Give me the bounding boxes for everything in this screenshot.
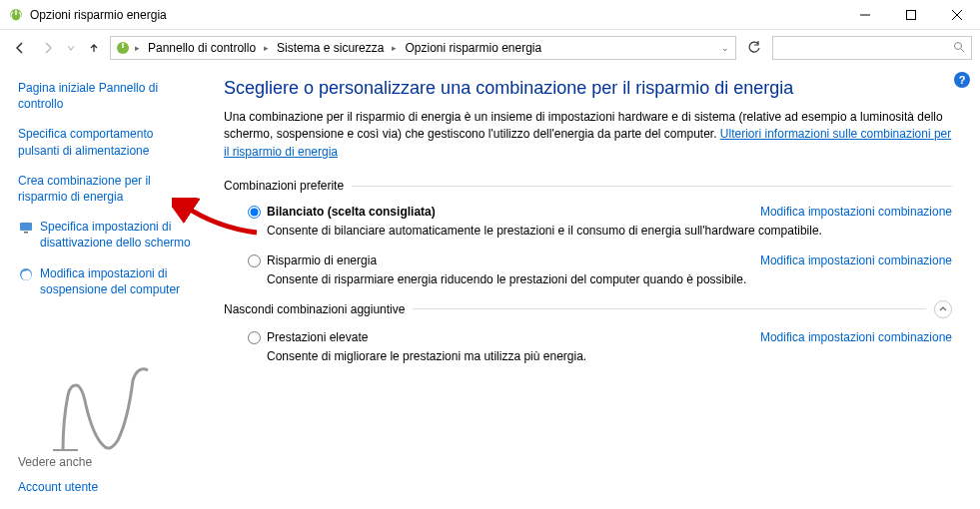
plan-high-perf-name[interactable]: Prestazioni elevate [267,330,740,344]
plan-balanced-desc: Consente di bilanciare automaticamente l… [267,223,952,240]
up-button[interactable] [82,36,106,60]
sidebar-display-off-link[interactable]: Specifica impostazioni di disattivazione… [40,219,198,251]
svg-line-7 [961,49,964,52]
svg-rect-2 [907,11,916,20]
plan-balanced-name[interactable]: Bilanciato (scelta consigliata) [267,205,740,219]
breadcrumb-mid[interactable]: Sistema e sicurezza [273,41,388,55]
plan-balanced-radio[interactable] [248,206,261,219]
plan-high-perf-desc: Consente di migliorare le prestazioni ma… [267,348,952,365]
power-options-icon [115,40,131,56]
svg-rect-9 [24,232,28,234]
svg-point-6 [955,42,962,49]
sidebar-power-buttons-link[interactable]: Specifica comportamento pulsanti di alim… [18,126,198,158]
refresh-button[interactable] [740,36,768,60]
intro-text: Una combinazione per il risparmio di ene… [224,109,952,161]
svg-rect-8 [20,223,32,231]
preferred-plans-label: Combinazioni preferite [224,179,344,193]
display-off-icon [18,220,34,236]
chevron-right-icon: ▸ [262,43,271,53]
chevron-right-icon: ▸ [133,43,142,53]
close-button[interactable] [934,0,980,30]
breadcrumb-leaf[interactable]: Opzioni risparmio energia [401,41,545,55]
chevron-right-icon: ▸ [390,43,399,53]
additional-plans-header[interactable]: Nascondi combinazioni aggiuntive [224,300,952,318]
sidebar-home-link[interactable]: Pagina iniziale Pannello di controllo [18,80,198,112]
plan-saver: Risparmio di energia Modifica impostazio… [224,252,952,300]
sidebar-create-plan-link[interactable]: Crea combinazione per il risparmio di en… [18,173,198,205]
preferred-plans-header: Combinazioni preferite [224,179,952,193]
minimize-button[interactable] [842,0,888,30]
plan-saver-desc: Consente di risparmiare energia riducend… [267,271,952,288]
search-box[interactable] [772,36,972,60]
forward-button[interactable] [36,36,60,60]
plan-high-perf: Prestazioni elevate Modifica impostazion… [224,328,952,377]
back-button[interactable] [8,36,32,60]
plan-high-perf-radio[interactable] [248,331,261,344]
additional-plans-label: Nascondi combinazioni aggiuntive [224,302,405,316]
sidebar-account-link[interactable]: Account utente [18,479,198,495]
window-title: Opzioni risparmio energia [30,8,842,22]
plan-saver-name[interactable]: Risparmio di energia [267,254,740,267]
plan-saver-modify-link[interactable]: Modifica impostazioni combinazione [760,254,952,267]
window-controls [842,0,980,29]
collapse-toggle-icon[interactable] [934,300,952,318]
search-icon[interactable] [953,41,965,56]
page-title: Scegliere o personalizzare una combinazi… [224,78,952,99]
content: Pagina iniziale Pannello di controllo Sp… [0,66,980,509]
breadcrumb-root[interactable]: Pannello di controllo [144,41,260,55]
search-input[interactable] [779,41,953,55]
sidebar-sleep-link[interactable]: Modifica impostazioni di sospensione del… [40,265,198,297]
sleep-settings-icon [18,266,34,282]
chevron-down-icon[interactable]: ⌄ [719,43,731,53]
plan-balanced: Bilanciato (scelta consigliata) Modifica… [224,203,952,252]
help-icon[interactable]: ? [954,72,970,88]
plan-high-perf-modify-link[interactable]: Modifica impostazioni combinazione [760,330,952,344]
breadcrumb[interactable]: ▸ Pannello di controllo ▸ Sistema e sicu… [110,36,736,60]
main-panel: ? Scegliere o personalizzare una combina… [214,66,980,509]
watermark-icon [48,365,158,465]
power-options-icon [8,7,24,23]
navbar: ▸ Pannello di controllo ▸ Sistema e sicu… [0,30,980,66]
plan-saver-radio[interactable] [248,254,261,267]
titlebar: Opzioni risparmio energia [0,0,980,30]
plan-balanced-modify-link[interactable]: Modifica impostazioni combinazione [760,205,952,219]
recent-dropdown[interactable] [64,36,78,60]
maximize-button[interactable] [888,0,934,30]
